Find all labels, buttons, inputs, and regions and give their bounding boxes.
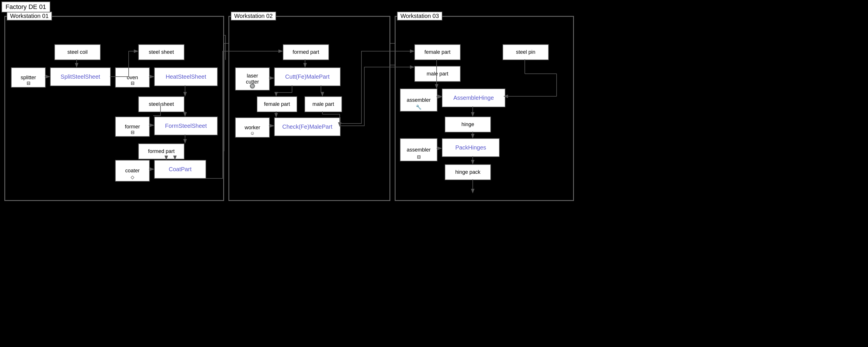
female-part-1-label: female part — [264, 101, 290, 107]
node-formed-part-1: formed part — [138, 144, 184, 159]
node-form-steel-sheet: FormSteelSheet — [154, 117, 218, 135]
node-check-fe-male-part: Check(Fe)MalePart — [274, 117, 341, 136]
node-hinge-pack: hinge pack — [445, 164, 491, 180]
node-laser-cutter: laser cutter 🔘 — [235, 67, 270, 91]
steel-sheet-1-label: steel sheet — [149, 49, 174, 55]
node-steel-pin: steel pin — [502, 44, 549, 60]
node-worker: worker ☺ — [235, 117, 270, 138]
worker-icon: ☺ — [250, 131, 255, 136]
formed-part-1-label: formed part — [148, 148, 175, 154]
workstation-03: Workstation 03 female part steel pin mal… — [395, 16, 574, 201]
node-splitter: splitter ⊟ — [11, 67, 46, 88]
workstation-01: Workstation 01 steel coil splitter ⊟ Spl… — [4, 16, 224, 201]
splitter-label: splitter — [21, 74, 36, 81]
splitter-icon: ⊟ — [27, 81, 30, 86]
node-pack-hinges: PackHinges — [442, 138, 500, 157]
coat-part-label: CoatPart — [169, 166, 192, 172]
node-male-part-1: male part — [305, 96, 342, 112]
heat-steel-sheet-label: HeatSteelSheet — [166, 73, 206, 80]
node-assembler-2: assembler ⊟ — [400, 138, 437, 161]
cutt-fe-male-part-label: Cutt(Fe)MalePart — [285, 73, 329, 80]
split-steel-sheet-label: SplitSteelSheet — [61, 73, 100, 80]
assembler-1-icon: 🔧 — [416, 104, 422, 110]
workstation-02: Workstation 02 formed part laser cutter … — [228, 16, 390, 201]
male-part-2-label: male part — [427, 71, 448, 77]
node-assembler-1: assembler 🔧 — [400, 89, 437, 112]
former-icon: ⊟ — [131, 130, 134, 135]
node-steel-coil: steel coil — [54, 44, 101, 60]
node-female-part-2: female part — [414, 44, 461, 60]
node-heat-steel-sheet: HeatSteelSheet — [154, 67, 218, 86]
node-steel-sheet-2: steel sheet — [138, 96, 184, 112]
coater-label: coater — [125, 168, 140, 174]
hinge-pack-label: hinge pack — [455, 169, 480, 175]
node-hinge: hinge — [445, 117, 491, 132]
workstation-02-label: Workstation 02 — [231, 11, 276, 21]
workstation-03-label: Workstation 03 — [397, 11, 442, 21]
node-female-part-1: female part — [257, 96, 297, 112]
assembler-2-label: assembler — [406, 147, 431, 153]
assembler-1-label: assembler — [406, 97, 431, 103]
node-formed-part-2: formed part — [283, 44, 329, 60]
check-fe-male-part-label: Check(Fe)MalePart — [282, 124, 332, 130]
steel-sheet-2-label: steel sheet — [149, 101, 174, 107]
form-steel-sheet-label: FormSteelSheet — [165, 123, 207, 129]
coater-icon: ◇ — [131, 175, 134, 180]
steel-pin-label: steel pin — [516, 49, 535, 55]
oven-icon: ⊟ — [131, 81, 134, 86]
pack-hinges-label: PackHinges — [455, 144, 486, 151]
node-cutt-fe-male-part: Cutt(Fe)MalePart — [274, 67, 341, 86]
node-oven: oven ⊟ — [115, 67, 150, 88]
node-coater: coater ◇ — [115, 160, 150, 182]
node-coat-part: CoatPart — [154, 160, 206, 179]
formed-part-2-label: formed part — [292, 49, 319, 55]
male-part-1-label: male part — [312, 101, 334, 107]
workstation-01-label: Workstation 01 — [7, 11, 52, 21]
node-former: former ⊟ — [115, 117, 150, 137]
node-male-part-2: male part — [414, 66, 461, 82]
node-steel-sheet-1: steel sheet — [138, 44, 184, 60]
former-label: former — [125, 124, 140, 130]
worker-label: worker — [245, 125, 260, 131]
assemble-hinge-label: AssembleHinge — [453, 95, 494, 101]
node-split-steel-sheet: SplitSteelSheet — [50, 67, 111, 86]
steel-coil-label: steel coil — [67, 49, 88, 55]
female-part-2-label: female part — [425, 49, 451, 55]
factory-label: Factory DE 01 — [1, 1, 50, 12]
hinge-label: hinge — [462, 121, 474, 128]
laser-cutter-icon: 🔘 — [250, 83, 255, 89]
assembler-2-icon: ⊟ — [417, 154, 421, 160]
node-assemble-hinge: AssembleHinge — [442, 89, 505, 107]
oven-label: oven — [127, 74, 138, 81]
